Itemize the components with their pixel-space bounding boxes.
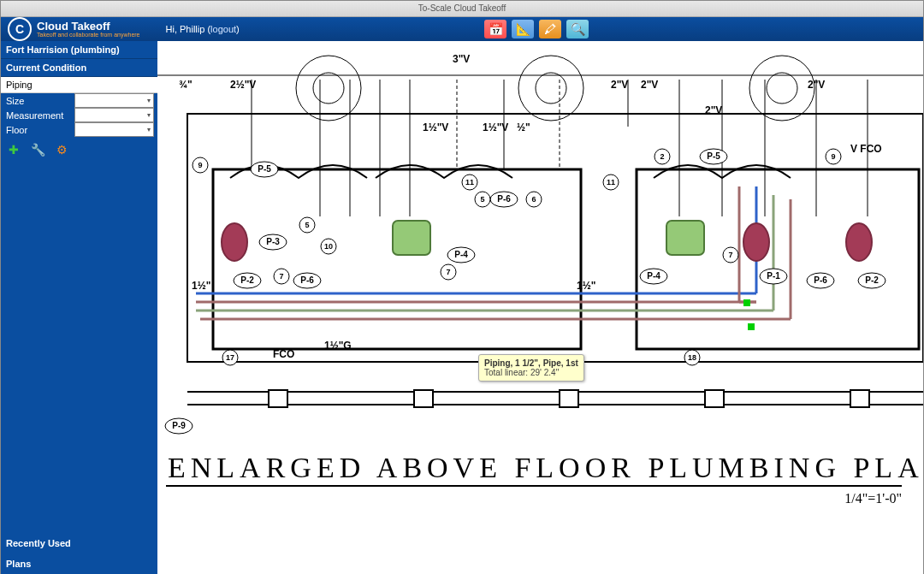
search-icon[interactable]: 🔍 (566, 20, 589, 38)
prop-floor-select[interactable]: 1st▾ (74, 122, 154, 137)
chevron-down-icon: ▾ (147, 97, 151, 104)
svg-text:2"V: 2"V (641, 79, 658, 91)
svg-text:FCO: FCO (273, 348, 294, 360)
plans-section[interactable]: Plans (1, 553, 157, 574)
top-bar: C Cloud Takeoff Takeoff and collaborate … (1, 17, 923, 41)
svg-text:11: 11 (465, 178, 474, 186)
prop-floor-label: Floor (1, 125, 74, 135)
svg-text:9: 9 (198, 161, 202, 169)
prop-measurement-select[interactable]: Pipe▾ (74, 108, 154, 122)
svg-text:P-2: P-2 (865, 275, 879, 285)
prop-size-label: Size (1, 96, 74, 106)
svg-text:2"V: 2"V (808, 79, 825, 91)
blueprint-plan: ¾" 2½"V 3"V 2"V 2"V 2"V 2"V 1½"V ½" 1½"V… (157, 41, 923, 574)
svg-text:P-4: P-4 (454, 250, 468, 259)
svg-rect-36 (748, 323, 755, 330)
logo-icon: C (8, 17, 32, 41)
svg-rect-114 (560, 390, 578, 407)
svg-text:10: 10 (324, 242, 333, 251)
svg-text:¾": ¾" (179, 79, 192, 91)
settings-gear-icon[interactable]: ⚙ (54, 142, 69, 157)
prop-size-select[interactable]: 1 1/2"▾ (74, 93, 154, 108)
svg-text:7: 7 (728, 251, 732, 259)
app-tagline: Takeoff and collaborate from anywhere (37, 32, 140, 38)
svg-text:1½": 1½" (577, 280, 595, 292)
svg-rect-42 (666, 221, 704, 255)
svg-text:3"V: 3"V (453, 53, 470, 65)
prop-measurement-label: Measurement (1, 110, 74, 121)
svg-text:9: 9 (831, 152, 835, 161)
svg-text:2½"V: 2½"V (230, 79, 256, 91)
svg-text:P-6: P-6 (814, 275, 827, 285)
svg-text:P-6: P-6 (497, 194, 511, 204)
condition-name-input[interactable] (4, 79, 157, 91)
svg-text:17: 17 (226, 353, 234, 362)
user-greeting: Hi, Phillip (logout) (166, 24, 240, 34)
svg-text:2"V: 2"V (705, 104, 722, 116)
add-condition-icon[interactable]: ✚ (6, 142, 21, 157)
chevron-down-icon: ▾ (147, 111, 151, 119)
logout-link[interactable]: logout (210, 24, 236, 34)
svg-text:P-9: P-9 (172, 421, 186, 430)
svg-text:P-5: P-5 (258, 164, 271, 174)
drawing-canvas[interactable]: ¾" 2½"V 3"V 2"V 2"V 2"V 2"V 1½"V ½" 1½"V… (157, 41, 923, 574)
svg-rect-115 (705, 390, 724, 407)
svg-text:5: 5 (305, 221, 309, 229)
recently-used-section[interactable]: Recently Used (1, 533, 157, 553)
svg-point-38 (222, 223, 247, 261)
svg-text:1½"V: 1½"V (423, 121, 448, 133)
svg-point-40 (846, 223, 872, 261)
svg-rect-37 (743, 299, 750, 306)
drawing-title: ENLARGED ABOVE FLOOR PLUMBING PLAN (168, 452, 923, 483)
svg-text:P-4: P-4 (647, 271, 660, 281)
svg-rect-112 (269, 390, 287, 407)
project-name[interactable]: Fort Harrision (plumbing) (1, 41, 157, 59)
svg-text:1½": 1½" (192, 280, 210, 292)
svg-rect-1 (213, 169, 581, 349)
current-condition-header[interactable]: Current Condition (1, 59, 157, 77)
svg-text:5: 5 (480, 195, 484, 204)
svg-point-20 (313, 73, 344, 104)
tooltip-total: Total linear: 29' 2.4" (484, 368, 578, 377)
svg-text:6: 6 (531, 195, 536, 204)
svg-text:P-2: P-2 (240, 275, 254, 285)
markup-icon[interactable]: 🖍 (539, 20, 561, 38)
svg-rect-116 (850, 390, 869, 407)
svg-rect-3 (157, 41, 923, 75)
svg-text:18: 18 (688, 353, 696, 362)
svg-text:2: 2 (660, 152, 664, 161)
svg-text:2"V: 2"V (611, 79, 628, 91)
svg-text:P-1: P-1 (767, 271, 780, 281)
svg-rect-113 (414, 390, 433, 407)
svg-text:½": ½" (517, 121, 530, 133)
svg-text:1½"G: 1½"G (324, 340, 352, 352)
svg-rect-41 (393, 221, 430, 255)
svg-text:1½"V: 1½"V (483, 121, 508, 133)
estimate-icon[interactable]: 📐 (512, 20, 534, 38)
svg-rect-0 (187, 114, 923, 362)
tooltip-title: Piping, 1 1/2", Pipe, 1st (484, 358, 578, 368)
app-name: Cloud Takeoff (37, 21, 140, 32)
svg-point-22 (536, 73, 566, 104)
condition-tools: ✚🔧⚙ (1, 137, 157, 163)
chevron-down-icon: ▾ (147, 126, 151, 133)
svg-text:7: 7 (446, 268, 450, 276)
takeoff-tooltip: Piping, 1 1/2", Pipe, 1st Total linear: … (478, 354, 584, 382)
topbar-icon-row: 📅📐🖍🔍 (484, 17, 589, 41)
svg-point-24 (767, 73, 797, 104)
svg-text:P-3: P-3 (266, 237, 280, 246)
svg-text:V FCO: V FCO (850, 143, 882, 155)
condition-properties: Size1 1/2"▾MeasurementPipe▾Floor1st▾ (1, 93, 157, 137)
svg-point-39 (743, 223, 769, 261)
drawing-scale: 1/4"=1'-0" (844, 491, 902, 506)
svg-text:P-5: P-5 (707, 151, 720, 161)
wrench-icon[interactable]: 🔧 (30, 142, 45, 157)
window-titlebar: To-Scale Cloud Takeoff (1, 1, 923, 17)
app-logo: C Cloud Takeoff Takeoff and collaborate … (1, 17, 140, 41)
calendar-icon[interactable]: 📅 (484, 20, 506, 38)
svg-text:P-6: P-6 (300, 275, 314, 285)
svg-text:7: 7 (279, 272, 283, 281)
sidebar: Fort Harrision (plumbing) Current Condit… (1, 41, 157, 574)
svg-text:11: 11 (607, 178, 615, 186)
